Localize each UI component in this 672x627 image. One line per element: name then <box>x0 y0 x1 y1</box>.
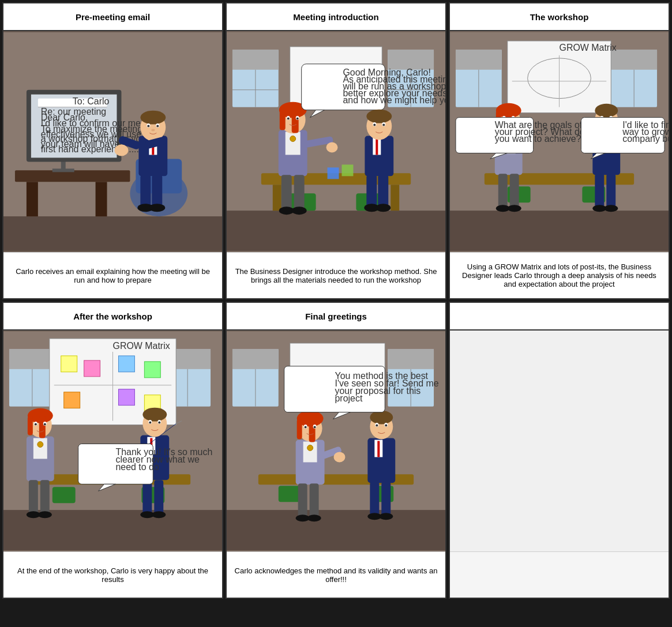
header-pre-meeting: Pre-meeting email <box>3 3 222 31</box>
svg-point-124 <box>508 205 521 212</box>
svg-rect-91 <box>378 175 388 207</box>
svg-rect-52 <box>391 185 399 211</box>
caption-final-greetings: Carlo acknowledges the method and its va… <box>227 551 445 598</box>
svg-text:To: Carlo: To: Carlo <box>73 96 110 106</box>
scene-svg-after: GROW Matrix <box>3 331 222 551</box>
svg-rect-40 <box>227 211 445 251</box>
svg-rect-233 <box>298 483 307 517</box>
caption-empty <box>450 551 669 598</box>
svg-rect-3 <box>27 182 38 216</box>
svg-point-67 <box>296 118 299 120</box>
svg-point-229 <box>305 426 307 429</box>
svg-text:GROW Matrix: GROW Matrix <box>113 341 170 351</box>
header-empty <box>450 303 669 331</box>
svg-point-93 <box>376 204 391 212</box>
svg-point-89 <box>382 124 385 126</box>
scene-final-greetings: You method is the best I've seen so far!… <box>227 331 445 551</box>
header-after-workshop: After the workshop <box>3 303 222 331</box>
svg-rect-239 <box>377 441 380 457</box>
svg-point-236 <box>307 515 321 521</box>
svg-rect-177 <box>28 416 33 435</box>
header-workshop: The workshop <box>450 3 669 31</box>
svg-point-26 <box>140 111 166 125</box>
svg-text:need to do: need to do <box>115 462 159 472</box>
scene-empty <box>450 331 669 551</box>
svg-rect-209 <box>227 510 445 550</box>
svg-rect-166 <box>64 392 80 408</box>
svg-rect-162 <box>61 356 77 372</box>
svg-rect-200 <box>154 480 163 513</box>
svg-point-59 <box>290 136 296 142</box>
svg-rect-183 <box>29 480 38 513</box>
svg-point-181 <box>35 423 37 426</box>
svg-rect-153 <box>9 349 55 369</box>
svg-rect-163 <box>84 361 100 377</box>
svg-rect-55 <box>328 167 339 179</box>
svg-point-29 <box>147 125 149 127</box>
cell-empty <box>449 302 670 599</box>
svg-rect-221 <box>303 441 317 462</box>
svg-rect-62 <box>280 110 286 130</box>
svg-rect-165 <box>144 362 160 378</box>
svg-text:project: project <box>335 393 363 403</box>
svg-point-186 <box>38 511 52 518</box>
svg-point-30 <box>156 125 159 127</box>
svg-rect-97 <box>456 50 502 70</box>
svg-rect-199 <box>142 480 152 513</box>
svg-rect-173 <box>33 438 47 459</box>
svg-point-66 <box>287 118 290 120</box>
header-final-greetings: Final greetings <box>227 303 445 331</box>
svg-point-191 <box>142 408 167 422</box>
svg-point-195 <box>158 422 160 424</box>
svg-rect-178 <box>39 416 46 438</box>
svg-rect-58 <box>286 132 301 155</box>
svg-point-202 <box>152 511 166 518</box>
svg-point-232 <box>334 452 346 462</box>
svg-point-241 <box>370 411 393 425</box>
svg-point-222 <box>307 445 313 450</box>
svg-point-69 <box>326 142 338 152</box>
svg-rect-170 <box>52 487 76 503</box>
svg-rect-95 <box>450 211 669 251</box>
svg-rect-4 <box>96 182 107 216</box>
svg-point-174 <box>37 441 43 447</box>
scene-svg-pre-meeting: To: Carlo Re: our meeting Dear Carlo, I'… <box>3 31 222 252</box>
header-meeting-intro: Meeting introduction <box>227 3 445 31</box>
svg-text:you want to achieve?: you want to achieve? <box>495 134 581 144</box>
svg-rect-1 <box>3 216 222 251</box>
scene-svg-final: You method is the best I've seen so far!… <box>227 331 445 551</box>
scene-svg-workshop: GROW Matrix <box>450 31 669 252</box>
svg-point-244 <box>376 425 378 427</box>
svg-point-31 <box>151 129 155 132</box>
svg-rect-214 <box>388 349 434 369</box>
svg-rect-164 <box>118 356 134 372</box>
svg-point-73 <box>292 207 307 215</box>
cell-workshop: The workshop GROW Matrix <box>449 2 670 299</box>
svg-point-85 <box>366 110 392 123</box>
caption-after-workshop: At the end of the workshop, Carlo is ver… <box>3 551 222 598</box>
svg-point-134 <box>595 104 618 118</box>
svg-point-144 <box>604 205 618 212</box>
svg-rect-42 <box>232 50 279 70</box>
svg-point-245 <box>385 425 387 427</box>
caption-pre-meeting: Carlo receives an email explaining how t… <box>3 252 222 298</box>
svg-rect-246 <box>370 482 379 515</box>
svg-point-182 <box>44 423 46 426</box>
svg-rect-234 <box>310 483 319 517</box>
svg-rect-122 <box>510 174 519 207</box>
svg-rect-167 <box>118 389 134 406</box>
svg-rect-71 <box>294 175 305 209</box>
scene-after-workshop: GROW Matrix <box>3 331 222 551</box>
svg-rect-90 <box>366 175 377 207</box>
svg-rect-211 <box>232 349 279 369</box>
svg-rect-184 <box>40 480 50 513</box>
svg-rect-35 <box>140 175 151 207</box>
svg-rect-141 <box>595 174 604 207</box>
cell-meeting-intro: Meeting introduction <box>226 2 446 299</box>
svg-rect-46 <box>388 50 434 70</box>
scene-pre-meeting: To: Carlo Re: our meeting Dear Carlo, I'… <box>3 31 222 252</box>
caption-meeting-intro: The Business Designer introduce the work… <box>227 252 445 298</box>
svg-rect-56 <box>341 164 353 176</box>
caption-workshop: Using a GROW Matrix and lots of post-its… <box>450 252 669 298</box>
svg-text:GROW Matrix: GROW Matrix <box>560 43 617 52</box>
